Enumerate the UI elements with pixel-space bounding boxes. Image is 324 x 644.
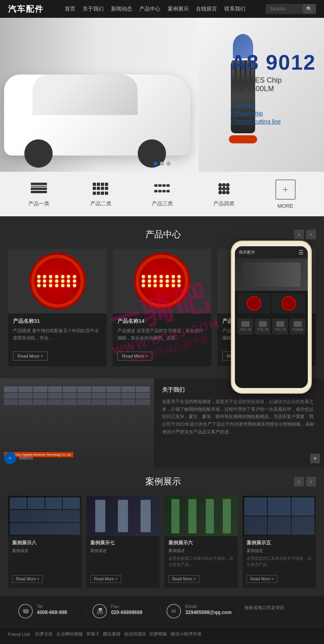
footer-contact: ☎ Tel 4008-668-998 📠 Fax: 020-66899688 ✉… (0, 596, 324, 627)
phone-cat-icon-3 (276, 321, 284, 327)
contact-tel-info: Tel 4008-668-998 (37, 604, 67, 615)
svg-point-32 (226, 191, 230, 194)
footer-link-6[interactable]: 织梦模板 (149, 631, 167, 637)
case-grid: 案例展示八 案例描述 Read More > 案例展示七 案例描述 Read M… (8, 496, 316, 588)
footer-link-5[interactable]: 创业找项目 (124, 631, 146, 637)
case-prev-btn[interactable]: ‹ (294, 477, 304, 486)
product-img-2 (113, 249, 211, 313)
product-card-2: 产品名称14 产品描述 这里是产品的文字描述，后台进行编辑，前台会自动调用。这里… (113, 249, 211, 366)
phone-product-grid (235, 291, 308, 316)
nav-products[interactable]: 产品中心 (139, 5, 160, 13)
svg-rect-17 (158, 184, 162, 187)
footer-link-3[interactable]: 草莓子 (86, 631, 100, 637)
nav-home[interactable]: 首页 (65, 5, 75, 13)
search-input[interactable] (266, 5, 303, 13)
svg-rect-3 (31, 191, 47, 193)
case-card-4: 案例展示五 案例描述 这里是监控工具展示的文字描述，后台发布产品。 Read M… (243, 496, 316, 588)
case-img-4 (243, 496, 316, 536)
svg-rect-12 (93, 192, 96, 195)
dot-1[interactable] (153, 162, 158, 166)
email-value: 329465598@qq.com (185, 610, 231, 615)
case-readmore-4[interactable]: Read More > (247, 575, 277, 583)
fax-value: 020-66899688 (111, 610, 142, 615)
svg-point-26 (226, 183, 230, 187)
company-name-small: 湖南科技 (19, 456, 33, 461)
svg-rect-2 (31, 188, 47, 190)
svg-rect-0 (31, 183, 47, 185)
cs4-5 (268, 516, 290, 535)
contact-fax-info: Fax: 020-66899688 (111, 604, 142, 615)
search-button[interactable]: 🔍 (303, 4, 315, 13)
feature-3[interactable]: Perfect cutting line (230, 117, 316, 126)
phone-cat-icon-1 (241, 321, 249, 327)
phone-categories: 产品一类 产品二类 产品三类 产品四类 (235, 316, 308, 337)
category-1[interactable]: 产品一类 (28, 181, 49, 207)
product-desc-1: 产品描述 羞牛拖拉机配备五十铃四缸压中冷直喷发动机，符合... (13, 327, 102, 348)
case-info-2: 案例展示七 案例描述 Read More > (86, 536, 160, 588)
phone-product-1 (237, 293, 271, 313)
svg-rect-19 (166, 184, 170, 187)
nav-news[interactable]: 新闻动态 (111, 5, 132, 13)
case-card-3: 案例展示六 案例描述 这里是检测工具展示的文字描述，后台发布产品。 Read M… (164, 496, 238, 588)
cat-label-more: MORE (277, 203, 293, 209)
case-title-1: 案例展示八 (12, 540, 77, 546)
footer-link-2[interactable]: 企业网站模板 (56, 631, 83, 637)
dot-3[interactable] (166, 162, 171, 166)
led-light-2 (134, 253, 190, 309)
product-grid-area: 产品名称31 产品描述 羞牛拖拉机配备五十铃四缸压中冷直喷发动机，符合... R… (8, 249, 316, 366)
display-stand (95, 500, 105, 532)
category-more[interactable]: + MORE (275, 179, 296, 209)
email-label: Email: (185, 604, 231, 609)
phone-item-1 (237, 339, 305, 352)
feature-1[interactable]: Fanless (230, 101, 316, 109)
case-label-4: 案例描述 (247, 548, 312, 554)
footer-link-1[interactable]: 织梦主机 (35, 631, 53, 637)
phone-icon: ☎ (18, 604, 33, 618)
product-prev-btn[interactable]: ‹ (294, 230, 304, 239)
phone-screen: 拖车配件 ☰ (235, 246, 308, 388)
case-readmore-1[interactable]: Read More > (12, 575, 43, 583)
tool-stand-3 (206, 499, 214, 533)
about-body-text: 这是关于企业的简短描述，这是关于企业的简短描述，以诚信为企业的发展之本，占领了鲛… (162, 398, 316, 435)
svg-rect-9 (97, 187, 100, 190)
svg-point-24 (218, 183, 222, 187)
search-box: 🔍 (266, 4, 316, 14)
svg-rect-23 (166, 190, 170, 192)
product-info-2: 产品名称14 产品描述 这里是产品的文字描述，后台进行编辑，前台会自动调用。这里… (113, 313, 211, 366)
cs4-3 (292, 497, 314, 516)
nav-contact[interactable]: 联系我们 (224, 5, 245, 13)
case-card-1: 案例展示八 案例描述 Read More > (8, 496, 81, 588)
phone-item-2 (237, 353, 305, 365)
product-readmore-1[interactable]: Read More > (13, 352, 48, 360)
svg-rect-5 (97, 183, 100, 186)
dot-2[interactable] (160, 162, 164, 166)
nav-message[interactable]: 在线留言 (196, 5, 217, 13)
about-plus-btn[interactable]: + (310, 454, 320, 463)
feature-2[interactable]: Philips chip (230, 109, 316, 117)
case-section-title: 案例展示 (32, 476, 294, 488)
category-3[interactable]: 产品三类 (152, 181, 173, 207)
case-readmore-3[interactable]: Read More > (168, 575, 199, 583)
product-next-btn[interactable]: › (306, 230, 316, 239)
case-readmore-2[interactable]: Read More > (90, 575, 121, 583)
category-2[interactable]: 产品二类 (90, 181, 111, 207)
main-nav: 首页 关于我们 新闻动态 产品中心 案例展示 在线留言 联系我们 (65, 5, 245, 13)
hero-banner: A8 9012 Philip ZES Chip 25W 3500LM Fanle… (0, 18, 324, 172)
case-next-btn[interactable]: › (306, 477, 316, 486)
about-logo-area: © 湖南科技 (4, 452, 33, 464)
tel-label: Tel (37, 604, 67, 609)
phone-cat-icon-2 (259, 321, 267, 327)
case-img-1 (8, 496, 81, 536)
footer-link-4[interactable]: 建站素材 (103, 631, 121, 637)
contact-fax: 📠 Fax: 020-66899688 (86, 604, 160, 618)
phone-banner (235, 258, 308, 291)
footer-link-7[interactable]: 微信小程序开发 (171, 631, 202, 637)
category-4[interactable]: 产品四类 (213, 181, 234, 207)
categories-bar: 产品一类 产品二类 产品三类 产品四类 (0, 172, 324, 216)
building-windows (0, 378, 154, 409)
svg-rect-8 (93, 187, 96, 190)
case-title-2: 案例展示七 (90, 540, 156, 546)
nav-about[interactable]: 关于我们 (83, 5, 104, 13)
product-readmore-2[interactable]: Read More > (117, 352, 152, 360)
nav-cases[interactable]: 案例展示 (168, 5, 189, 13)
